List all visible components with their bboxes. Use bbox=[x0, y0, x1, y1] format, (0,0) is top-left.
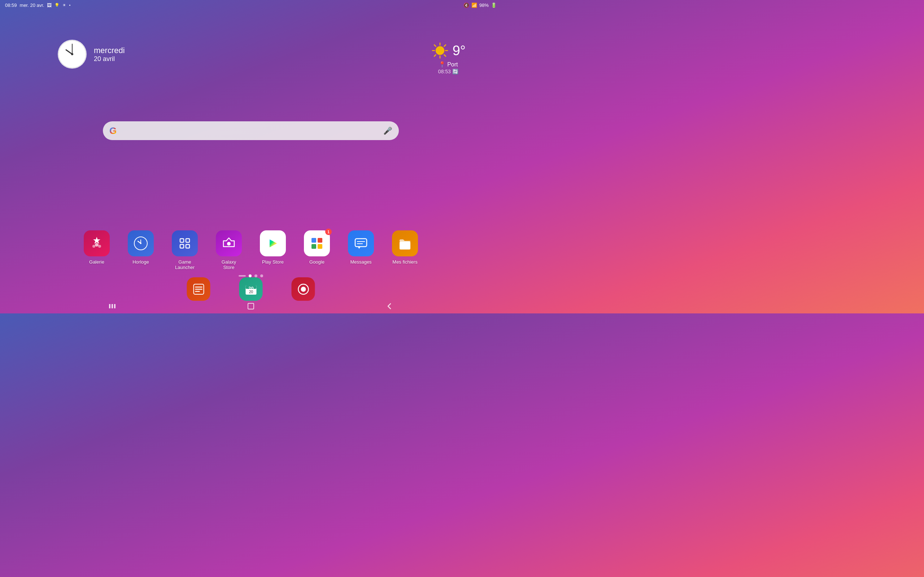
page-dot-4[interactable] bbox=[260, 274, 263, 277]
analog-clock bbox=[58, 40, 87, 69]
status-bar: 08:59 mer. 20 avr. 🖼 💡 ☀ • 🔇 📶 98% 🔋 bbox=[0, 0, 502, 10]
playstore-label: Play Store bbox=[262, 259, 284, 265]
svg-rect-23 bbox=[186, 245, 190, 248]
horloge-icon bbox=[128, 230, 154, 256]
google-badge: 1 bbox=[325, 229, 332, 235]
app-galerie[interactable]: Galerie bbox=[84, 230, 110, 265]
mesfichiers-icon bbox=[392, 230, 418, 256]
svg-line-9 bbox=[434, 45, 436, 47]
clock-text: mercredi 20 avril bbox=[94, 46, 125, 63]
app-mesfichiers[interactable]: Mes fichiers bbox=[392, 230, 418, 265]
svg-rect-47 bbox=[111, 304, 113, 308]
dock: 20 20 bbox=[187, 277, 315, 301]
sun-weather-icon bbox=[431, 42, 449, 60]
status-left: 08:59 mer. 20 avr. 🖼 💡 ☀ • bbox=[5, 3, 71, 8]
playstore-icon bbox=[260, 230, 286, 256]
search-bar[interactable]: G 🎤 bbox=[103, 121, 399, 140]
svg-point-4 bbox=[435, 46, 444, 55]
svg-rect-28 bbox=[318, 238, 322, 243]
svg-point-3 bbox=[71, 53, 73, 55]
page-dot-1[interactable] bbox=[239, 275, 246, 277]
home-button[interactable] bbox=[247, 302, 255, 310]
nav-bar bbox=[0, 299, 502, 313]
status-time: 08:59 bbox=[5, 3, 17, 8]
search-input[interactable] bbox=[121, 121, 379, 140]
app-google[interactable]: 1 Google bbox=[304, 230, 330, 265]
galerie-label: Galerie bbox=[89, 259, 104, 265]
svg-rect-21 bbox=[186, 239, 190, 242]
svg-point-13 bbox=[95, 243, 98, 247]
photo-icon: 🖼 bbox=[47, 3, 51, 8]
svg-rect-35 bbox=[400, 242, 410, 250]
weather-update-time: 08:53 🔄 bbox=[438, 69, 458, 74]
svg-rect-22 bbox=[180, 245, 184, 248]
clock-date: 20 avril bbox=[94, 55, 125, 63]
weather-location: 📍 Port bbox=[439, 61, 458, 68]
app-playstore[interactable]: Play Store bbox=[260, 230, 286, 265]
svg-line-12 bbox=[434, 55, 436, 57]
galaxystore-icon bbox=[216, 230, 242, 256]
weather-city: Port bbox=[447, 61, 458, 68]
google-g-logo: G bbox=[109, 125, 117, 137]
page-dot-3[interactable] bbox=[254, 274, 257, 277]
app-messages[interactable]: Messages bbox=[348, 230, 374, 265]
svg-rect-31 bbox=[355, 239, 367, 247]
svg-rect-29 bbox=[312, 244, 316, 249]
svg-marker-26 bbox=[270, 239, 277, 247]
sun-status-icon: ☀ bbox=[63, 3, 66, 8]
clock-widget: mercredi 20 avril bbox=[58, 40, 125, 69]
battery-percent: 98% bbox=[479, 3, 489, 8]
svg-rect-49 bbox=[248, 303, 254, 309]
dock-screencapture[interactable] bbox=[292, 277, 315, 301]
svg-rect-27 bbox=[312, 238, 316, 243]
svg-point-15 bbox=[98, 245, 101, 248]
svg-line-11 bbox=[444, 45, 446, 47]
page-indicators bbox=[239, 274, 263, 277]
weather-top: 9° bbox=[431, 42, 466, 60]
svg-point-19 bbox=[140, 243, 141, 244]
svg-line-10 bbox=[444, 55, 446, 57]
recent-apps-button[interactable] bbox=[108, 302, 116, 310]
svg-point-45 bbox=[301, 287, 306, 292]
horloge-label: Horloge bbox=[132, 259, 149, 265]
status-date: mer. 20 avr. bbox=[20, 3, 44, 8]
taskbar-icon bbox=[187, 277, 211, 301]
clock-day: mercredi bbox=[94, 46, 125, 55]
location-pin-icon: 📍 bbox=[439, 61, 446, 68]
dock-calendar[interactable]: 20 20 bbox=[239, 277, 263, 301]
svg-point-24 bbox=[227, 242, 231, 245]
galaxystore-label: Galaxy Store bbox=[216, 259, 242, 270]
svg-rect-48 bbox=[114, 304, 116, 308]
dock-taskbar[interactable] bbox=[187, 277, 211, 301]
brightness-icon: 💡 bbox=[55, 3, 59, 8]
microphone-icon[interactable]: 🎤 bbox=[383, 126, 392, 135]
svg-point-14 bbox=[92, 245, 95, 248]
app-galaxystore[interactable]: Galaxy Store bbox=[216, 230, 242, 270]
app-horloge[interactable]: Horloge bbox=[128, 230, 154, 265]
svg-rect-30 bbox=[318, 244, 322, 249]
svg-rect-20 bbox=[180, 239, 184, 242]
status-right: 🔇 📶 98% 🔋 bbox=[463, 3, 497, 8]
svg-rect-46 bbox=[109, 304, 111, 308]
app-gamelauncher[interactable]: Game Launcher bbox=[172, 230, 198, 270]
app-grid: Galerie Horloge Game Launcher bbox=[84, 230, 418, 270]
mesfichiers-label: Mes fichiers bbox=[392, 259, 417, 265]
battery-icon: 🔋 bbox=[491, 3, 497, 8]
weather-temp: 9° bbox=[453, 43, 466, 58]
weather-widget: 9° 📍 Port 08:53 🔄 bbox=[431, 42, 466, 74]
page-dot-2[interactable] bbox=[249, 274, 252, 277]
mute-icon: 🔇 bbox=[463, 3, 469, 8]
svg-marker-34 bbox=[358, 247, 361, 249]
dot-icon: • bbox=[69, 3, 71, 7]
gamelauncher-label: Game Launcher bbox=[172, 259, 198, 270]
google-label: Google bbox=[309, 259, 325, 265]
refresh-icon: 🔄 bbox=[452, 69, 458, 74]
calendar-icon: 20 20 bbox=[239, 277, 263, 301]
wifi-icon: 📶 bbox=[471, 3, 477, 8]
google-icon: 1 bbox=[304, 230, 330, 256]
messages-icon bbox=[348, 230, 374, 256]
messages-label: Messages bbox=[350, 259, 371, 265]
gamelauncher-icon bbox=[172, 230, 198, 256]
back-button[interactable] bbox=[386, 302, 394, 310]
svg-text:20: 20 bbox=[249, 290, 253, 294]
